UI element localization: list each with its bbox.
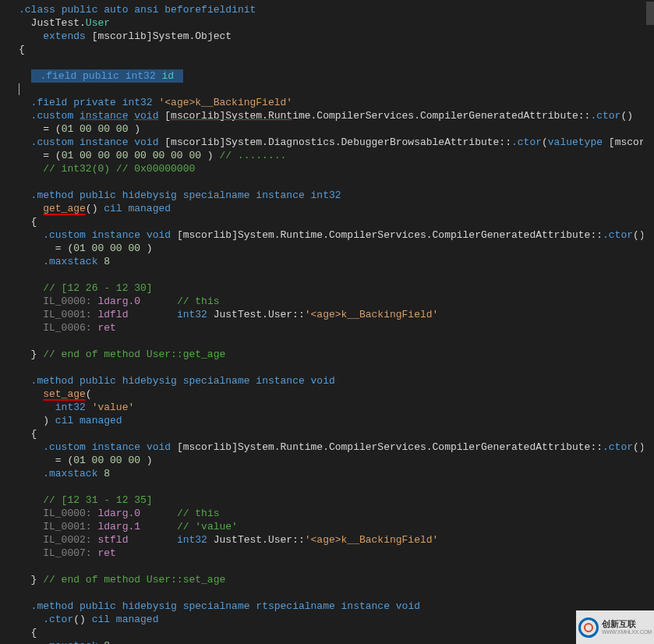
token-string: '<age>k__BackingField' bbox=[158, 97, 292, 108]
code-line[interactable]: = (01 00 00 00 00 00 00 00 ) // ........ bbox=[19, 149, 654, 162]
token-keyword: public bbox=[83, 70, 119, 82]
code-line[interactable]: set_age( bbox=[19, 387, 654, 401]
token-dotkeyword: .custom bbox=[31, 110, 74, 122]
token-punct: () bbox=[86, 203, 104, 214]
code-line[interactable]: { bbox=[19, 626, 654, 639]
code-line[interactable]: .maxstack 8 bbox=[19, 639, 654, 644]
token-number: 01 00 00 00 bbox=[73, 242, 140, 254]
code-line[interactable] bbox=[19, 334, 654, 348]
code-line[interactable]: IL_0006: ret bbox=[19, 321, 654, 334]
token-label: IL_0002: bbox=[43, 534, 91, 546]
token-dotkeyword: .custom bbox=[31, 136, 74, 148]
code-line[interactable]: IL_0007: ret bbox=[19, 547, 654, 560]
code-line[interactable] bbox=[19, 480, 654, 494]
token-punct: JustTest.User:: bbox=[207, 534, 305, 546]
code-line[interactable]: = (01 00 00 00 ) bbox=[19, 242, 654, 255]
token-dotkeyword: .custom bbox=[43, 441, 86, 453]
code-line[interactable]: .custom instance void [mscorlib]System.R… bbox=[19, 441, 654, 454]
token-identifier: .ctor bbox=[43, 614, 73, 625]
code-line[interactable]: IL_0000: ldarg.0 // this bbox=[19, 295, 654, 308]
code-line[interactable]: .method public hidebysig specialname rts… bbox=[19, 600, 654, 613]
token-comment: // 'value' bbox=[177, 521, 238, 533]
code-line[interactable]: { bbox=[19, 427, 654, 441]
code-line[interactable]: // int32(0) // 0x00000000 bbox=[19, 162, 654, 175]
code-line[interactable]: .maxstack 8 bbox=[19, 467, 654, 480]
code-line[interactable]: .method public hidebysig specialname ins… bbox=[19, 189, 654, 202]
token-punct bbox=[86, 441, 92, 453]
token-keyword: specialname bbox=[183, 189, 250, 201]
code-line[interactable]: } // end of method User::get_age bbox=[19, 348, 654, 361]
code-line[interactable]: // [12 26 - 12 30] bbox=[19, 281, 654, 295]
code-line[interactable]: .field private int32 '<age>k__BackingFie… bbox=[19, 96, 654, 109]
token-dotkeyword: .field bbox=[40, 70, 76, 82]
token-punct bbox=[73, 415, 80, 426]
scrollbar-thumb[interactable] bbox=[646, 2, 654, 25]
token-punct: ) bbox=[140, 242, 153, 254]
code-editor[interactable]: .class public auto ansi beforefieldinit … bbox=[0, 0, 654, 644]
token-number: 01 00 00 00 00 00 00 00 bbox=[62, 150, 201, 161]
token-punct bbox=[73, 189, 80, 201]
code-line[interactable]: .custom instance void [mscorlib]System.R… bbox=[19, 109, 654, 122]
code-line[interactable] bbox=[19, 586, 654, 600]
token-punct: [ bbox=[86, 30, 98, 42]
token-punct bbox=[177, 600, 183, 612]
token-keyword: private bbox=[73, 97, 116, 108]
token-keyword: auto bbox=[104, 4, 128, 16]
code-line[interactable]: IL_0002: stfld int32 JustTest.User::'<ag… bbox=[19, 533, 654, 547]
token-punct: ]System.Runtime.CompilerServices.Compile… bbox=[232, 229, 603, 241]
code-line[interactable]: int32 'value' bbox=[19, 401, 654, 414]
token-label: IL_0001: bbox=[43, 309, 91, 320]
code-line[interactable] bbox=[19, 268, 654, 281]
code-line[interactable]: JustTest.User bbox=[19, 16, 654, 30]
code-line[interactable]: { bbox=[19, 215, 654, 228]
token-keyword: extends bbox=[43, 30, 86, 42]
token-punct bbox=[140, 295, 177, 307]
code-line[interactable]: IL_0001: ldfld int32 JustTest.User::'<ag… bbox=[19, 308, 654, 321]
token-keyword: ansi bbox=[134, 4, 158, 16]
code-line[interactable]: ) cil managed bbox=[19, 414, 654, 427]
code-line[interactable] bbox=[19, 83, 654, 96]
code-line[interactable]: .ctor() cil managed bbox=[19, 613, 654, 626]
code-line[interactable]: // [12 31 - 12 35] bbox=[19, 494, 654, 507]
token-punct: { bbox=[31, 627, 37, 639]
token-punct: ) bbox=[43, 415, 55, 426]
code-line[interactable] bbox=[19, 361, 654, 374]
token-punct: ] bbox=[147, 30, 153, 42]
token-dotkeyword: .maxstack bbox=[43, 468, 97, 479]
code-line[interactable]: IL_0001: ldarg.1 // 'value' bbox=[19, 520, 654, 533]
code-line[interactable]: .method public hidebysig specialname ins… bbox=[19, 374, 654, 387]
code-line[interactable]: { bbox=[19, 43, 654, 56]
code-line[interactable]: .maxstack 8 bbox=[19, 255, 654, 268]
token-identifier: .ctor bbox=[603, 441, 633, 453]
token-keyword: instance bbox=[341, 600, 390, 612]
token-typename: id bbox=[162, 70, 175, 82]
token-comment: // this bbox=[177, 508, 220, 519]
token-punct: = ( bbox=[43, 123, 61, 135]
token-keyword: void bbox=[134, 110, 158, 122]
token-keyword: void bbox=[147, 229, 171, 241]
code-line[interactable]: .custom instance void [mscorlib]System.D… bbox=[19, 136, 654, 149]
token-dotkeyword: .class bbox=[19, 4, 55, 16]
token-punct: ) bbox=[128, 123, 140, 135]
code-line[interactable]: = (01 00 00 00 ) bbox=[19, 122, 654, 136]
watermark-text: 创新互联 WWW.XMHLXX.COM bbox=[602, 620, 652, 635]
token-punct: ]System.Runtime.CompilerServices.Compile… bbox=[232, 441, 603, 453]
token-punct: = ( bbox=[43, 150, 61, 161]
token-keyword: instance bbox=[256, 189, 304, 201]
code-line[interactable]: = (01 00 00 00 ) bbox=[19, 454, 654, 467]
code-line[interactable] bbox=[19, 175, 654, 189]
code-line[interactable]: IL_0000: ldarg.0 // this bbox=[19, 507, 654, 520]
code-line[interactable] bbox=[19, 56, 654, 69]
code-line[interactable]: .field public int32 id bbox=[19, 69, 654, 83]
code-line[interactable]: } // end of method User::set_age bbox=[19, 573, 654, 586]
code-line[interactable]: .class public auto ansi beforefieldinit bbox=[19, 3, 654, 16]
token-punct: mscorlib bbox=[183, 441, 232, 453]
vertical-scrollbar[interactable] bbox=[643, 0, 654, 644]
code-line[interactable]: extends [mscorlib]System.Object bbox=[19, 30, 654, 43]
token-keyword: managed bbox=[128, 203, 171, 214]
code-line[interactable] bbox=[19, 560, 654, 573]
token-comment: // end of method User::set_age bbox=[43, 574, 225, 586]
token-dotkeyword: .method bbox=[31, 375, 74, 387]
code-line[interactable]: .custom instance void [mscorlib]System.R… bbox=[19, 228, 654, 242]
code-line[interactable]: get_age() cil managed bbox=[19, 202, 654, 215]
